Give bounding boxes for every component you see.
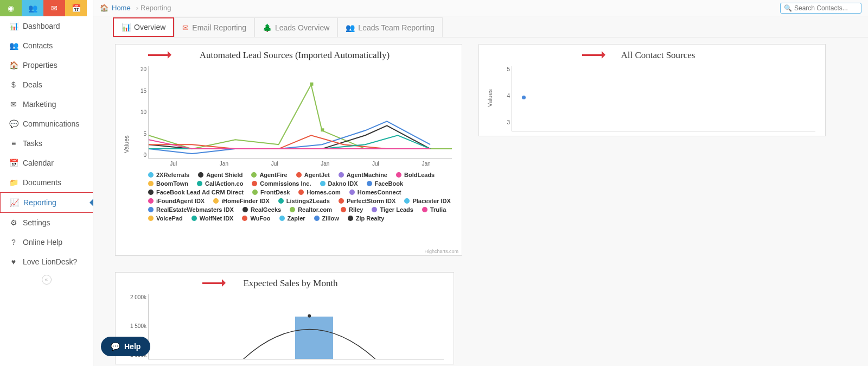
legend-item[interactable]: Homes.com <box>298 189 340 195</box>
legend-item[interactable]: AgentFire <box>251 172 287 178</box>
legend-item[interactable]: FaceBook Lead Ad CRM Direct <box>148 189 244 195</box>
legend-item[interactable]: PerfectStorm IDX <box>339 198 395 204</box>
help-label: Help <box>124 342 141 351</box>
legend-item[interactable]: FrontDesk <box>252 189 290 195</box>
legend-label: Commissions Inc. <box>260 180 311 187</box>
breadcrumb-current: Reporting <box>141 4 171 12</box>
sidebar-icon: 📁 <box>8 178 20 187</box>
legend-item[interactable]: RealEstateWebmasters IDX <box>148 206 234 213</box>
legend-item[interactable]: Listings2Leads <box>278 198 330 204</box>
quick-mail-button[interactable]: ✉ <box>43 0 65 16</box>
chart1-title: Automated Lead Sources (Imported Automat… <box>137 50 452 61</box>
tab-leads-team-reporting[interactable]: 👥Leads Team Reporting <box>337 17 443 37</box>
legend-item[interactable]: Realtor.com <box>290 206 332 213</box>
legend-label: PerfectStorm IDX <box>347 198 395 204</box>
legend-item[interactable]: Commissions Inc. <box>252 180 311 187</box>
sidebar-item-marketing[interactable]: ✉Marketing <box>0 94 93 114</box>
legend-item[interactable]: AgentMachine <box>339 172 387 178</box>
legend-item[interactable]: FaceBook <box>367 180 404 187</box>
sidebar-label: Marketing <box>23 100 56 109</box>
legend-item[interactable]: Zillow <box>314 215 339 222</box>
legend-label: Homes.com <box>307 189 340 195</box>
legend-swatch <box>422 207 427 212</box>
legend-label: BoldLeads <box>404 172 435 178</box>
legend-item[interactable]: CallAction.co <box>197 180 243 187</box>
legend-label: AgentJet <box>304 172 330 178</box>
legend-item[interactable]: Agent Shield <box>198 172 242 178</box>
legend-swatch <box>290 207 295 212</box>
legend-item[interactable]: RealGeeks <box>242 206 281 213</box>
legend-item[interactable]: Riley <box>341 206 363 213</box>
tab-leads-overview[interactable]: 🌲Leads Overview <box>254 17 337 37</box>
quick-dashboard-button[interactable]: ◉ <box>0 0 22 16</box>
legend-item[interactable]: Dakno IDX <box>320 180 358 187</box>
tab-label: Leads Overview <box>275 23 329 32</box>
legend-item[interactable]: VoicePad <box>148 215 183 222</box>
sidebar-item-reporting[interactable]: 📈Reporting <box>0 192 93 213</box>
legend-item[interactable]: BoomTown <box>148 180 188 187</box>
sidebar-icon: ✉ <box>8 100 20 109</box>
legend-item[interactable]: Zapier <box>279 215 305 222</box>
legend-item[interactable]: iFoundAgent IDX <box>148 198 205 204</box>
legend-item[interactable]: WuFoo <box>242 215 270 222</box>
legend-item[interactable]: WolfNet IDX <box>192 215 234 222</box>
sidebar-item-documents[interactable]: 📁Documents <box>0 173 93 192</box>
legend-item[interactable]: iHomeFinder IDX <box>213 198 270 204</box>
breadcrumb-home[interactable]: Home <box>112 4 131 12</box>
legend-item[interactable]: Tiger Leads <box>372 206 413 213</box>
quick-contacts-button[interactable]: 👥 <box>22 0 43 16</box>
sidebar-item-settings[interactable]: ⚙Settings <box>0 213 93 232</box>
legend-item[interactable]: Placester IDX <box>404 198 450 204</box>
legend-swatch <box>320 181 326 186</box>
legend-label: Listings2Leads <box>286 198 330 204</box>
legend-label: FrontDesk <box>260 189 290 195</box>
tab-icon: ✉ <box>182 23 189 32</box>
topbar-quick-actions: ◉ 👥 ✉ 📅 <box>0 0 87 16</box>
tab-icon: 👥 <box>346 23 355 32</box>
sidebar-item-calendar[interactable]: 📅Calendar <box>0 153 93 173</box>
chart3-line <box>149 294 444 359</box>
sidebar-label: Dashboard <box>23 22 60 30</box>
legend-item[interactable]: HomesConnect <box>349 189 401 195</box>
legend-item[interactable]: Zip Realty <box>348 215 385 222</box>
home-icon: 🏠 <box>100 4 108 12</box>
quick-calendar-button[interactable]: 📅 <box>65 0 87 16</box>
sidebar-item-tasks[interactable]: ≡Tasks <box>0 134 93 153</box>
sidebar-item-communications[interactable]: 💬Communications <box>0 114 93 134</box>
svg-rect-0 <box>310 83 313 86</box>
sidebar-item-online-help[interactable]: ?Online Help <box>0 232 93 252</box>
sidebar-item-properties[interactable]: 🏠Properties <box>0 55 93 75</box>
legend-item[interactable]: BoldLeads <box>396 172 435 178</box>
svg-rect-1 <box>321 128 324 131</box>
tab-overview[interactable]: 📊Overview <box>113 17 174 37</box>
help-button[interactable]: 💬 Help <box>101 337 150 356</box>
sidebar-item-love-liondesk-[interactable]: ♥Love LionDesk? <box>0 252 93 272</box>
sidebar-item-dashboard[interactable]: 📊Dashboard <box>0 16 93 36</box>
legend-label: AgentMachine <box>347 172 387 178</box>
chart2-ylabel: Values <box>487 89 493 107</box>
legend-swatch <box>148 181 154 186</box>
chart2-point <box>522 96 526 99</box>
legend-swatch <box>339 172 344 178</box>
sidebar-label: Deals <box>23 80 42 89</box>
search-input[interactable] <box>794 4 859 12</box>
legend-item[interactable]: Trulia <box>422 206 446 213</box>
sidebar-collapse[interactable]: « <box>0 275 93 285</box>
legend-label: Realtor.com <box>298 206 332 213</box>
legend-swatch <box>296 172 302 178</box>
search-box[interactable]: 🔍 <box>780 3 861 14</box>
legend-swatch <box>349 190 355 195</box>
legend-swatch <box>341 207 346 212</box>
legend-label: VoicePad <box>156 215 183 222</box>
legend-item[interactable]: AgentJet <box>296 172 330 178</box>
legend-label: Tiger Leads <box>380 206 413 213</box>
legend-item[interactable]: 2XReferrals <box>148 172 189 178</box>
legend-label: iHomeFinder IDX <box>221 198 270 204</box>
legend-label: Dakno IDX <box>328 180 358 187</box>
sidebar-item-deals[interactable]: $Deals <box>0 75 93 94</box>
sidebar-label: Calendar <box>23 159 54 167</box>
chart2-title: All Contact Sources <box>501 50 815 61</box>
sidebar-item-contacts[interactable]: 👥Contacts <box>0 36 93 55</box>
legend-swatch <box>404 198 410 204</box>
tab-email-reporting[interactable]: ✉Email Reporting <box>174 17 254 37</box>
